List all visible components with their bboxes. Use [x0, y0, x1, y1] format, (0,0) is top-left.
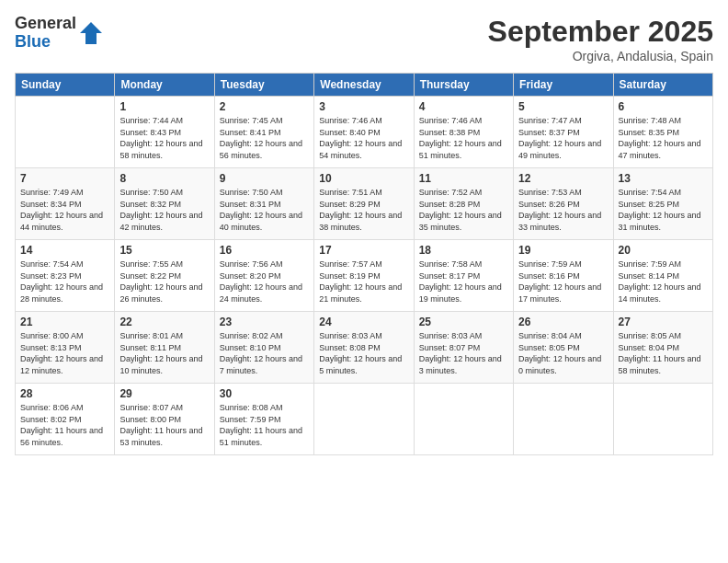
- svg-marker-0: [80, 22, 102, 44]
- day-info: Sunrise: 7:50 AM Sunset: 8:31 PM Dayligh…: [220, 187, 309, 233]
- daylight-text: Daylight: 12 hours and 14 minutes.: [619, 282, 701, 304]
- sunrise-text: Sunrise: 7:44 AM: [119, 116, 183, 125]
- day-info: Sunrise: 7:46 AM Sunset: 8:38 PM Dayligh…: [419, 115, 508, 161]
- title-block: September 2025 Orgiva, Andalusia, Spain: [488, 15, 713, 63]
- sunset-text: Sunset: 8:04 PM: [619, 343, 680, 352]
- day-number: 18: [419, 244, 508, 257]
- sunset-text: Sunset: 8:23 PM: [20, 271, 82, 281]
- col-sunday: Sunday: [16, 74, 115, 97]
- day-info: Sunrise: 7:56 AM Sunset: 8:20 PM Dayligh…: [220, 259, 309, 304]
- day-info: Sunrise: 8:04 AM Sunset: 8:05 PM Dayligh…: [518, 330, 608, 376]
- table-row: 19 Sunrise: 7:59 AM Sunset: 8:16 PM Dayl…: [514, 240, 613, 312]
- day-info: Sunrise: 7:46 AM Sunset: 8:40 PM Dayligh…: [319, 115, 408, 161]
- day-info: Sunrise: 7:57 AM Sunset: 8:19 PM Dayligh…: [319, 259, 408, 304]
- sunrise-text: Sunrise: 7:50 AM: [220, 188, 283, 197]
- sunset-text: Sunset: 8:26 PM: [518, 200, 580, 209]
- sunrise-text: Sunrise: 8:06 AM: [20, 403, 84, 412]
- logo: General Blue: [15, 15, 104, 52]
- header-row: Sunday Monday Tuesday Wednesday Thursday…: [16, 74, 713, 97]
- table-row: 3 Sunrise: 7:46 AM Sunset: 8:40 PM Dayli…: [314, 97, 414, 168]
- daylight-text: Daylight: 12 hours and 28 minutes.: [20, 282, 103, 304]
- table-row: 25 Sunrise: 8:03 AM Sunset: 8:07 PM Dayl…: [414, 312, 513, 384]
- table-row: 6 Sunrise: 7:48 AM Sunset: 8:35 PM Dayli…: [613, 97, 712, 168]
- table-row: 21 Sunrise: 8:00 AM Sunset: 8:13 PM Dayl…: [16, 312, 115, 384]
- sunrise-text: Sunrise: 7:55 AM: [119, 259, 183, 269]
- daylight-text: Daylight: 12 hours and 47 minutes.: [619, 139, 701, 160]
- table-row: [613, 384, 712, 455]
- sunrise-text: Sunrise: 8:03 AM: [319, 331, 382, 340]
- table-row: 17 Sunrise: 7:57 AM Sunset: 8:19 PM Dayl…: [314, 240, 414, 312]
- daylight-text: Daylight: 12 hours and 5 minutes.: [319, 354, 402, 375]
- col-monday: Monday: [115, 74, 214, 97]
- daylight-text: Daylight: 12 hours and 26 minutes.: [119, 282, 202, 304]
- sunset-text: Sunset: 8:14 PM: [619, 271, 680, 281]
- sunrise-text: Sunrise: 8:08 AM: [220, 403, 283, 412]
- daylight-text: Daylight: 12 hours and 58 minutes.: [119, 139, 202, 160]
- sunset-text: Sunset: 8:41 PM: [220, 128, 281, 137]
- sunset-text: Sunset: 8:08 PM: [319, 343, 381, 352]
- sunset-text: Sunset: 8:05 PM: [518, 343, 580, 352]
- table-row: 29 Sunrise: 8:07 AM Sunset: 8:00 PM Dayl…: [115, 384, 214, 455]
- sunset-text: Sunset: 8:11 PM: [119, 343, 181, 352]
- day-info: Sunrise: 8:07 AM Sunset: 8:00 PM Dayligh…: [119, 402, 209, 448]
- day-number: 7: [20, 172, 109, 185]
- sunset-text: Sunset: 7:59 PM: [220, 415, 281, 424]
- day-info: Sunrise: 7:47 AM Sunset: 8:37 PM Dayligh…: [518, 115, 608, 161]
- sunset-text: Sunset: 8:22 PM: [119, 271, 181, 281]
- day-number: 25: [419, 316, 508, 328]
- table-row: [16, 97, 115, 168]
- sunset-text: Sunset: 8:00 PM: [119, 415, 181, 424]
- daylight-text: Daylight: 11 hours and 53 minutes.: [119, 426, 202, 447]
- table-row: 8 Sunrise: 7:50 AM Sunset: 8:32 PM Dayli…: [115, 168, 214, 240]
- col-wednesday: Wednesday: [314, 74, 414, 97]
- sunset-text: Sunset: 8:02 PM: [20, 415, 82, 424]
- day-number: 12: [518, 172, 608, 185]
- logo-general: General: [15, 15, 76, 33]
- table-row: 5 Sunrise: 7:47 AM Sunset: 8:37 PM Dayli…: [514, 97, 613, 168]
- daylight-text: Daylight: 12 hours and 35 minutes.: [419, 211, 502, 232]
- sunrise-text: Sunrise: 8:04 AM: [518, 331, 582, 340]
- day-number: 20: [619, 244, 708, 257]
- table-row: 16 Sunrise: 7:56 AM Sunset: 8:20 PM Dayl…: [214, 240, 313, 312]
- day-info: Sunrise: 8:06 AM Sunset: 8:02 PM Dayligh…: [20, 402, 109, 448]
- day-info: Sunrise: 8:02 AM Sunset: 8:10 PM Dayligh…: [220, 330, 309, 376]
- sunrise-text: Sunrise: 7:59 AM: [518, 259, 582, 269]
- daylight-text: Daylight: 11 hours and 56 minutes.: [20, 426, 103, 447]
- day-info: Sunrise: 7:59 AM Sunset: 8:14 PM Dayligh…: [619, 259, 708, 304]
- sunrise-text: Sunrise: 7:46 AM: [319, 116, 382, 125]
- day-info: Sunrise: 8:05 AM Sunset: 8:04 PM Dayligh…: [619, 330, 708, 376]
- logo-text: General Blue: [15, 15, 76, 52]
- day-info: Sunrise: 7:54 AM Sunset: 8:25 PM Dayligh…: [619, 187, 708, 233]
- sunset-text: Sunset: 8:28 PM: [419, 200, 481, 209]
- sunrise-text: Sunrise: 7:57 AM: [319, 259, 382, 269]
- day-info: Sunrise: 7:54 AM Sunset: 8:23 PM Dayligh…: [20, 259, 109, 304]
- sunrise-text: Sunrise: 7:47 AM: [518, 116, 582, 125]
- day-number: 10: [319, 172, 408, 185]
- table-row: [514, 384, 613, 455]
- daylight-text: Daylight: 12 hours and 10 minutes.: [119, 354, 202, 375]
- sunset-text: Sunset: 8:35 PM: [619, 128, 680, 137]
- sunset-text: Sunset: 8:31 PM: [220, 200, 281, 209]
- day-number: 8: [119, 172, 209, 185]
- sunset-text: Sunset: 8:40 PM: [319, 128, 381, 137]
- sunset-text: Sunset: 8:16 PM: [518, 271, 580, 281]
- day-info: Sunrise: 7:50 AM Sunset: 8:32 PM Dayligh…: [119, 187, 209, 233]
- table-row: 13 Sunrise: 7:54 AM Sunset: 8:25 PM Dayl…: [613, 168, 712, 240]
- table-row: 10 Sunrise: 7:51 AM Sunset: 8:29 PM Dayl…: [314, 168, 414, 240]
- sunset-text: Sunset: 8:37 PM: [518, 128, 580, 137]
- daylight-text: Daylight: 12 hours and 40 minutes.: [220, 211, 302, 232]
- day-number: 15: [119, 244, 209, 257]
- day-number: 5: [518, 100, 608, 113]
- day-number: 28: [20, 387, 109, 400]
- sunrise-text: Sunrise: 8:02 AM: [220, 331, 283, 340]
- sunrise-text: Sunrise: 7:59 AM: [619, 259, 682, 269]
- day-info: Sunrise: 8:03 AM Sunset: 8:08 PM Dayligh…: [319, 330, 408, 376]
- daylight-text: Daylight: 12 hours and 56 minutes.: [220, 139, 302, 160]
- sunset-text: Sunset: 8:25 PM: [619, 200, 680, 209]
- daylight-text: Daylight: 12 hours and 3 minutes.: [419, 354, 502, 375]
- table-row: 9 Sunrise: 7:50 AM Sunset: 8:31 PM Dayli…: [214, 168, 313, 240]
- sunrise-text: Sunrise: 7:58 AM: [419, 259, 483, 269]
- calendar-week-row: 7 Sunrise: 7:49 AM Sunset: 8:34 PM Dayli…: [16, 168, 713, 240]
- daylight-text: Daylight: 12 hours and 44 minutes.: [20, 211, 103, 232]
- day-number: 29: [119, 387, 209, 400]
